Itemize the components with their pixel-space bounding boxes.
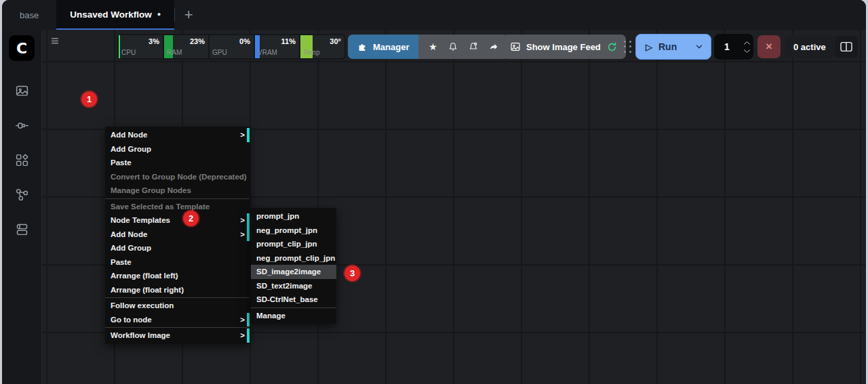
submenu-indicator — [247, 328, 250, 343]
sidebar: C — [2, 30, 42, 384]
submenu-item[interactable]: SD_text2image — [251, 279, 336, 293]
submenu-indicator — [247, 228, 250, 242]
menu-item-label: Arrange (float right) — [111, 286, 184, 294]
annotation-badge: 1 — [81, 91, 97, 107]
share-arrow-icon[interactable] — [484, 41, 504, 52]
star-icon[interactable]: ★ — [422, 41, 443, 52]
submenu-arrow-icon: > — [240, 213, 245, 228]
context-menu-item[interactable]: Node Templates > — [105, 213, 250, 228]
monitor-value: 23% — [190, 37, 205, 45]
run-options-dropdown[interactable] — [688, 35, 711, 59]
context-menu-item[interactable]: Arrange (float right) > — [105, 283, 250, 297]
monitor-usage-bar — [119, 35, 120, 58]
submenu-item[interactable]: Manage — [251, 309, 336, 323]
context-menu-item[interactable]: Paste > — [105, 156, 250, 170]
workflow-graph-icon[interactable] — [14, 186, 30, 202]
manager-toolbar: Manager ★ — [348, 35, 508, 59]
canvas-context-menu: Add Node > Add Group > Paste > Convert t… — [105, 127, 250, 344]
new-tab-button[interactable]: + — [175, 0, 202, 30]
tab-label: base — [20, 10, 39, 20]
context-menu-item[interactable]: Go to node > — [105, 313, 250, 327]
system-monitor: 23% RAM — [164, 35, 208, 58]
context-menu-item[interactable]: Workflow Image > — [105, 328, 250, 343]
menu-item-label: Paste — [111, 258, 132, 266]
monitor-label: VRAM — [258, 49, 277, 56]
submenu-item[interactable]: prompt_clip_jpn — [251, 237, 336, 251]
model-library-icon[interactable] — [14, 152, 30, 168]
canvas-menu-icon[interactable]: ≡ — [51, 34, 59, 47]
batch-count-value[interactable]: 1 — [714, 41, 740, 52]
submenu-item-label: prompt_clip_jpn — [256, 240, 317, 248]
monitor-label: GPU — [212, 49, 227, 56]
monitor-value: 30° — [330, 37, 341, 45]
image-icon — [510, 41, 521, 52]
monitor-label: RAM — [167, 49, 182, 56]
annotation-number: 1 — [87, 94, 92, 104]
alert-bell-icon[interactable] — [443, 41, 463, 52]
context-menu-item[interactable]: Add Node > — [105, 228, 250, 242]
manager-button[interactable]: Manager — [348, 35, 418, 59]
system-monitor: 0% GPU — [210, 35, 254, 58]
comfy-logo-icon[interactable]: C — [9, 35, 35, 61]
run-main[interactable]: ▷ Run — [636, 41, 688, 52]
tab-base[interactable]: base — [2, 0, 56, 30]
submenu-item[interactable]: neg_prompt_clip_jpn — [251, 251, 336, 265]
run-button[interactable]: ▷ Run — [635, 34, 711, 60]
toggle-panel-button[interactable] — [835, 36, 858, 58]
alert-bell-badge-icon[interactable] — [463, 41, 484, 52]
clear-queue-button[interactable]: × — [757, 35, 781, 58]
context-menu-item[interactable]: Convert to Group Node (Deprecated) > — [105, 170, 250, 184]
submenu-item[interactable]: neg_prompt_jpn — [251, 223, 336, 238]
submenu-item-label: SD_image2image — [256, 268, 321, 276]
submenu-item[interactable]: SD-CtrlNet_base — [251, 293, 336, 307]
chevron-down-icon[interactable] — [743, 49, 751, 54]
run-label: Run — [658, 41, 677, 52]
submenu-indicator — [247, 213, 250, 228]
context-menu-item[interactable]: Paste > — [105, 255, 250, 270]
manager-label: Manager — [373, 42, 409, 52]
context-menu-item[interactable]: Save Selected as Template > — [105, 200, 250, 214]
system-monitor: 3% CPU — [119, 35, 163, 58]
annotation-badge: 2 — [183, 211, 199, 226]
node-templates-icon[interactable] — [14, 221, 30, 237]
submenu-indicator — [247, 313, 250, 327]
context-menu-item[interactable]: Manage Group Nodes > — [105, 184, 250, 198]
menu-item-label: Convert to Group Node (Deprecated) — [111, 173, 247, 181]
menu-item-label: Go to node — [111, 316, 152, 324]
annotation-badge: 3 — [344, 265, 360, 281]
annotation-number: 2 — [189, 213, 193, 223]
menu-item-label: Save Selected as Template — [111, 202, 210, 211]
chevron-up-icon[interactable] — [743, 41, 751, 45]
manager-quick-icons: ★ — [418, 35, 508, 59]
node-connector-icon[interactable] — [14, 117, 30, 133]
play-icon: ▷ — [646, 42, 652, 52]
toolbar-drag-handle[interactable] — [623, 39, 633, 54]
submenu-item[interactable]: prompt_jpn — [251, 209, 336, 223]
monitor-value: 0% — [239, 37, 250, 45]
monitor-label: Temp — [303, 49, 319, 56]
tab-unsaved-workflow[interactable]: Unsaved Workflow ● — [56, 0, 174, 30]
context-menu-item[interactable]: Add Group > — [105, 142, 250, 156]
system-monitor: 11% VRAM — [255, 35, 299, 58]
monitor-value: 3% — [149, 37, 159, 45]
batch-count-input[interactable]: 1 — [714, 34, 753, 60]
workflow-tab-bar: base Unsaved Workflow ● + — [2, 0, 866, 30]
node-templates-submenu: prompt_jpn neg_prompt_jpn prompt_clip_jp… — [251, 208, 336, 324]
context-menu-item[interactable]: Add Group > — [105, 241, 250, 255]
context-menu-item[interactable]: Arrange (float left) > — [105, 269, 250, 283]
show-image-feed-button[interactable]: Show Image Feed — [502, 35, 626, 59]
tab-label: Unsaved Workflow — [70, 9, 152, 20]
context-menu-item[interactable]: Add Node > — [105, 128, 250, 142]
monitor-label: CPU — [121, 49, 136, 56]
image-queue-icon[interactable] — [14, 83, 30, 99]
active-jobs-badge: 0 active — [785, 35, 835, 58]
context-menu-item[interactable]: Follow execution > — [105, 299, 250, 313]
system-monitor-group: 3% CPU 23% RAM 0% GPU 11% VRAM — [117, 34, 346, 60]
submenu-item[interactable]: SD_image2image — [251, 265, 336, 279]
menu-separator — [105, 198, 250, 199]
submenu-arrow-icon: > — [240, 128, 245, 142]
submenu-arrow-icon: > — [240, 313, 245, 327]
batch-count-stepper[interactable] — [740, 34, 753, 60]
submenu-item-label: prompt_jpn — [256, 212, 299, 220]
menu-separator — [105, 297, 250, 298]
